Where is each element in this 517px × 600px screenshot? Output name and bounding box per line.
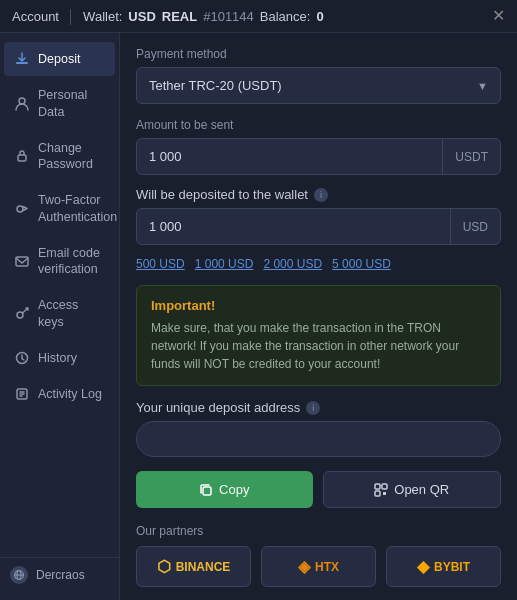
sidebar-item-email-code[interactable]: Email code verification: [4, 236, 115, 287]
open-qr-button-label: Open QR: [394, 482, 449, 497]
partner-binance-label: BINANCE: [176, 560, 231, 574]
info-icon[interactable]: i: [314, 188, 328, 202]
deposit-input-row: USD: [136, 208, 501, 245]
sidebar-item-personal-data-label: Personal Data: [38, 87, 105, 120]
binance-icon: ⬡: [157, 557, 171, 576]
sidebar-item-two-factor[interactable]: Two-Factor Authentication: [4, 183, 115, 234]
sidebar-item-deposit-label: Deposit: [38, 51, 80, 67]
svg-rect-10: [203, 487, 211, 495]
close-icon[interactable]: ✕: [492, 8, 505, 24]
svg-point-1: [19, 98, 25, 104]
deposit-input[interactable]: [137, 209, 450, 244]
payment-method-value: Tether TRC-20 (USDT): [149, 78, 282, 93]
svg-rect-13: [375, 491, 380, 496]
important-title: Important!: [151, 298, 486, 313]
chevron-down-icon: ▼: [477, 80, 488, 92]
email-code-icon: [14, 253, 30, 269]
partners-row: ⬡ BINANCE ◈ HTX ◆ BYBIT: [136, 546, 501, 587]
balance-label: Balance:: [260, 9, 311, 24]
svg-rect-11: [375, 484, 380, 489]
deposit-icon: [14, 51, 30, 67]
sidebar: Deposit Personal Data Change Password Tw…: [0, 33, 120, 600]
svg-rect-12: [382, 484, 387, 489]
app-header: Account │ Wallet: USD REAL #101144 Balan…: [0, 0, 517, 33]
sidebar-item-activity-log-label: Activity Log: [38, 386, 102, 402]
copy-icon: [199, 483, 213, 497]
globe-icon: [10, 566, 28, 584]
partner-htx-label: HTX: [315, 560, 339, 574]
svg-rect-0: [16, 62, 28, 64]
address-info-icon[interactable]: i: [306, 401, 320, 415]
address-field: [136, 421, 501, 457]
svg-rect-14: [383, 492, 386, 495]
account-tab[interactable]: Account: [12, 9, 59, 24]
important-box: Important! Make sure, that you make the …: [136, 285, 501, 386]
qr-icon: [374, 483, 388, 497]
header-separator: │: [67, 9, 75, 24]
svg-rect-2: [18, 155, 26, 161]
amount-input-row: USDT: [136, 138, 501, 175]
access-keys-icon: [14, 306, 30, 322]
deposit-currency: USD: [450, 209, 500, 244]
address-label: Your unique deposit address: [136, 400, 300, 415]
sidebar-item-change-password-label: Change Password: [38, 140, 105, 173]
change-password-icon: [14, 148, 30, 164]
payment-method-dropdown[interactable]: Tether TRC-20 (USDT) ▼: [136, 67, 501, 104]
sidebar-footer: Dercraos: [0, 557, 119, 592]
history-icon: [14, 350, 30, 366]
wallet-account-id: #101144: [203, 9, 254, 24]
svg-rect-4: [16, 257, 28, 266]
sidebar-item-activity-log[interactable]: Activity Log: [4, 377, 115, 411]
partner-htx[interactable]: ◈ HTX: [261, 546, 376, 587]
quick-amounts: 500 USD 1 000 USD 2 000 USD 5 000 USD: [136, 257, 501, 271]
payment-method-label: Payment method: [136, 47, 501, 61]
deposit-label-row: Will be deposited to the wallet i: [136, 187, 501, 202]
action-buttons: Copy Open QR: [136, 471, 501, 508]
sidebar-item-history-label: History: [38, 350, 77, 366]
bybit-icon: ◆: [417, 557, 429, 576]
address-label-row: Your unique deposit address i: [136, 400, 501, 415]
sidebar-item-history[interactable]: History: [4, 341, 115, 375]
wallet-mode: REAL: [162, 9, 197, 24]
quick-amount-5000[interactable]: 5 000 USD: [332, 257, 391, 271]
partners-label: Our partners: [136, 524, 501, 538]
htx-icon: ◈: [298, 557, 310, 576]
partner-binance[interactable]: ⬡ BINANCE: [136, 546, 251, 587]
wallet-currency: USD: [128, 9, 155, 24]
quick-amount-500[interactable]: 500 USD: [136, 257, 185, 271]
copy-button-label: Copy: [219, 482, 249, 497]
open-qr-button[interactable]: Open QR: [323, 471, 502, 508]
quick-amount-2000[interactable]: 2 000 USD: [263, 257, 322, 271]
personal-data-icon: [14, 96, 30, 112]
main-content: Payment method Tether TRC-20 (USDT) ▼ Am…: [120, 33, 517, 600]
sidebar-item-two-factor-label: Two-Factor Authentication: [38, 192, 117, 225]
copy-button[interactable]: Copy: [136, 471, 313, 508]
app-layout: Deposit Personal Data Change Password Tw…: [0, 33, 517, 600]
amount-input[interactable]: [137, 139, 442, 174]
amount-currency: USDT: [442, 139, 500, 174]
sidebar-item-email-code-label: Email code verification: [38, 245, 105, 278]
username-label: Dercraos: [36, 568, 85, 582]
wallet-label: Wallet:: [83, 9, 122, 24]
address-section: Your unique deposit address i: [136, 400, 501, 457]
activity-log-icon: [14, 386, 30, 402]
sidebar-item-personal-data[interactable]: Personal Data: [4, 78, 115, 129]
partner-bybit[interactable]: ◆ BYBIT: [386, 546, 501, 587]
important-text: Make sure, that you make the transaction…: [151, 319, 486, 373]
sidebar-item-change-password[interactable]: Change Password: [4, 131, 115, 182]
balance-value: 0: [316, 9, 323, 24]
sidebar-item-access-keys[interactable]: Access keys: [4, 288, 115, 339]
sidebar-item-access-keys-label: Access keys: [38, 297, 105, 330]
two-factor-icon: [14, 201, 30, 217]
svg-point-3: [17, 206, 23, 212]
deposit-label: Will be deposited to the wallet: [136, 187, 308, 202]
amount-label: Amount to be sent: [136, 118, 501, 132]
quick-amount-1000[interactable]: 1 000 USD: [195, 257, 254, 271]
partner-bybit-label: BYBIT: [434, 560, 470, 574]
sidebar-item-deposit[interactable]: Deposit: [4, 42, 115, 76]
